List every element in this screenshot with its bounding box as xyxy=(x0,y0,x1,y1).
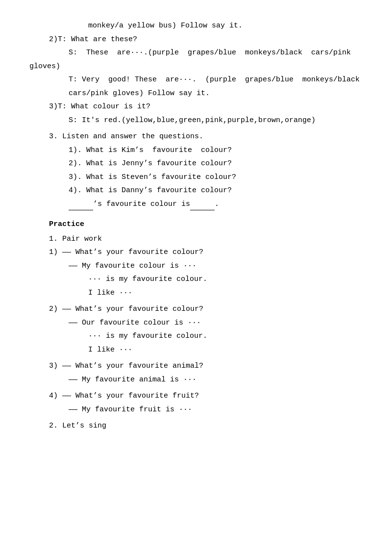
line-listen-answer: 3. Listen and answer the questions. xyxy=(29,130,363,143)
line-is-my-fav-2: ··· is my favourite colour. xyxy=(29,330,363,343)
line-lets-sing: 2. Let’s sing xyxy=(29,420,363,432)
line-i-like-1: I like ··· xyxy=(29,287,363,300)
blank-colour xyxy=(190,210,215,210)
line-pair-work: 1. Pair work xyxy=(29,233,363,246)
main-content: monkey/a yellow bus) Follow say it. 2)T:… xyxy=(29,20,363,432)
line-1-what-colour: 1) —— What’s your favourite colour? xyxy=(29,246,363,259)
blank-name xyxy=(69,210,93,210)
line-2-what-colour: 2) —— What’s your favourite colour? xyxy=(29,303,363,316)
line-gloves: gloves) xyxy=(29,60,363,73)
line-blank-favourite: ’s favourite colour is. xyxy=(29,198,363,211)
line-4-what-fruit: 4) —— What’s your favourite fruit? xyxy=(29,390,363,403)
section-practice-header: Practice xyxy=(29,218,363,231)
line-2T-what: 2)T: What are these? xyxy=(29,33,363,46)
line-my-fav-colour-1: —— My favourite colour is ··· xyxy=(29,260,363,273)
line-my-fav-fruit: —— My favourite fruit is ··· xyxy=(29,404,363,416)
line-monkey: monkey/a yellow bus) Follow say it. xyxy=(29,20,363,32)
line-kim-colour: 1). What is Kim’s favourite colour? xyxy=(29,144,363,157)
line-3T-colour: 3)T: What colour is it? xyxy=(29,101,363,113)
line-danny-colour: 4). What is Danny’s favourite colour? xyxy=(29,184,363,197)
line-S-these-are: S: These are···.(purple grapes/blue monk… xyxy=(29,47,363,59)
line-our-fav-colour: —— Our favourite colour is ··· xyxy=(29,317,363,329)
line-cars-pink: cars/pink gloves) Follow say it. xyxy=(29,87,363,100)
line-steven-colour: 3). What is Steven’s favourite colour? xyxy=(29,171,363,184)
line-my-fav-animal: —— My favourite animal is ··· xyxy=(29,374,363,386)
line-T-very-good: T: Very good! These are···. (purple grap… xyxy=(29,74,363,86)
line-3-what-animal: 3) —— What’s your favourite animal? xyxy=(29,360,363,373)
line-is-my-fav-1: ··· is my favourite colour. xyxy=(29,273,363,286)
line-S-its-red: S: It's red.(yellow,blue,green,pink,purp… xyxy=(29,114,363,127)
line-i-like-2: I like ··· xyxy=(29,344,363,356)
line-jenny-colour: 2). What is Jenny’s favourite colour? xyxy=(29,157,363,170)
